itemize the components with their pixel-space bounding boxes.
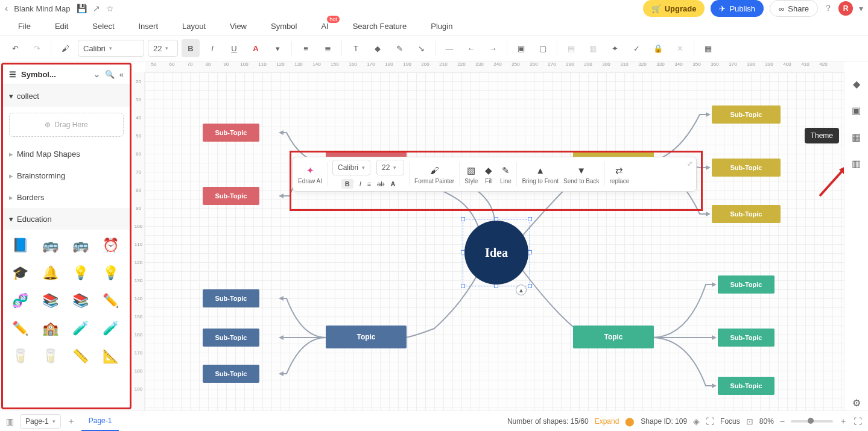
idea-node[interactable]: Idea <box>464 221 528 285</box>
subtopic-node[interactable]: Sub-Topic <box>718 329 775 347</box>
line-spacing-icon[interactable]: ≣ <box>318 39 337 57</box>
edu-icon[interactable]: 🧪 <box>69 318 91 339</box>
subtopic-node[interactable]: Sub-Topic <box>718 377 775 395</box>
section-collect[interactable]: ▾collect <box>3 85 130 107</box>
subtopic-node[interactable]: Sub-Topic <box>203 187 259 205</box>
distribute-icon[interactable]: ▥ <box>584 39 602 57</box>
subtopic-node[interactable]: Sub-Topic <box>712 205 781 223</box>
mini-replace[interactable]: ⇄ replace <box>610 160 630 189</box>
font-color-button[interactable]: A <box>247 39 265 57</box>
fill-panel-icon[interactable]: ◆ <box>849 76 864 92</box>
edu-icon[interactable]: 🧪 <box>100 318 121 339</box>
edu-icon[interactable]: 📐 <box>100 345 121 367</box>
subtopic-node[interactable]: Sub-Topic <box>203 289 259 307</box>
edu-icon[interactable]: 🥛 <box>39 345 61 367</box>
sidebar-collapse-icon[interactable]: « <box>119 70 124 79</box>
align-icon[interactable]: ▤ <box>562 39 580 57</box>
font-select[interactable]: Calibri▾ <box>78 40 144 57</box>
edu-icon[interactable]: 📚 <box>69 290 91 312</box>
arrow-start-icon[interactable]: ← <box>462 39 480 57</box>
edu-icon[interactable]: ✏️ <box>100 290 121 312</box>
menu-layout[interactable]: Layout <box>182 22 206 31</box>
connector-icon[interactable]: ↘ <box>412 39 430 57</box>
edu-icon[interactable]: 🚌 <box>39 234 61 256</box>
lock-icon[interactable]: 🔒 <box>649 39 667 57</box>
mini-bring-front[interactable]: ▲ Bring to Front <box>522 160 559 189</box>
edu-icon[interactable]: ✏️ <box>9 318 31 339</box>
edu-icon[interactable]: 🥛 <box>9 345 31 367</box>
zoom-out-icon[interactable]: − <box>780 417 785 426</box>
format-painter-icon[interactable]: 🖌 <box>56 39 74 57</box>
extra-panel-icon[interactable]: ▥ <box>849 156 864 171</box>
avatar-menu-icon[interactable]: ▾ <box>859 4 863 13</box>
layer-icon[interactable]: ▣ <box>512 39 530 57</box>
warning-icon[interactable]: ⬤ <box>625 417 635 426</box>
font-size-select[interactable]: 22▾ <box>148 40 178 57</box>
edu-icon[interactable]: 🧬 <box>9 290 31 312</box>
more-text-icon[interactable]: ▾ <box>268 39 287 57</box>
edu-icon[interactable]: 🚌 <box>69 234 91 256</box>
edu-icon[interactable]: 💡 <box>69 262 91 284</box>
topic-node[interactable]: Topic <box>326 326 407 348</box>
line-color-icon[interactable]: ✎ <box>390 39 408 57</box>
zoom-in-icon[interactable]: ＋ <box>839 416 847 427</box>
settings-panel-icon[interactable]: ⚙ <box>849 395 864 411</box>
section-education[interactable]: ▾Education <box>3 208 130 230</box>
line-style-icon[interactable]: — <box>440 39 458 57</box>
edraw-ai-button[interactable]: ✦ Edraw AI <box>298 160 322 189</box>
expand-link[interactable]: Expand <box>595 417 619 426</box>
align-left-icon[interactable]: ≡ <box>297 39 315 57</box>
section-borders[interactable]: ▸Borders <box>3 186 130 208</box>
upgrade-button[interactable]: 🛒 Upgrade <box>643 0 705 17</box>
pin-icon[interactable]: ⤢ <box>687 160 692 168</box>
fill-color-icon[interactable]: ◆ <box>369 39 387 57</box>
help-icon[interactable]: ？ <box>824 3 832 14</box>
italic-button[interactable]: I <box>203 39 221 57</box>
edu-icon[interactable]: 🏫 <box>39 318 61 339</box>
effects-icon[interactable]: ✦ <box>606 39 624 57</box>
mini-bold-button[interactable]: B <box>341 179 353 189</box>
star-icon[interactable]: ☆ <box>106 4 114 13</box>
redo-icon[interactable]: ↷ <box>28 39 46 57</box>
edu-icon[interactable]: 🎓 <box>9 262 31 284</box>
mini-size-select[interactable]: 22▾ <box>376 160 404 175</box>
undo-icon[interactable]: ↶ <box>6 39 24 57</box>
edu-icon[interactable]: ⏰ <box>100 234 121 256</box>
edu-icon[interactable]: 📏 <box>69 345 91 367</box>
subtopic-node[interactable]: Sub-Topic <box>712 159 781 177</box>
share-button[interactable]: ∞ Share <box>770 0 818 17</box>
mini-send-back[interactable]: ▼ Send to Back <box>563 160 599 189</box>
edu-icon[interactable]: 📘 <box>9 234 31 256</box>
collapse-toggle-icon[interactable]: ▲ <box>516 285 527 295</box>
mini-italic-button[interactable]: I <box>360 180 361 187</box>
menu-plugin[interactable]: Plugin <box>431 22 452 31</box>
underline-button[interactable]: U <box>225 39 243 57</box>
topic-node[interactable]: Topic <box>573 326 654 348</box>
page-select[interactable]: Page-1▾ <box>20 414 61 429</box>
shape-panel-icon[interactable]: ▣ <box>849 102 864 118</box>
page-tab[interactable]: Page-1 <box>81 411 119 431</box>
subtopic-node[interactable]: Sub-Topic <box>718 275 775 294</box>
menu-insert[interactable]: Insert <box>139 22 159 31</box>
subtopic-node[interactable]: Sub-Topic <box>203 329 259 347</box>
menu-view[interactable]: View <box>230 22 247 31</box>
focus-icon[interactable]: ⛶ <box>706 417 714 426</box>
menu-symbol[interactable]: Symbol <box>271 22 297 31</box>
mini-font-select[interactable]: Calibri▾ <box>332 160 370 175</box>
pages-icon[interactable]: ▥ <box>6 417 14 426</box>
text-box-icon[interactable]: T <box>347 39 365 57</box>
fullscreen-icon[interactable]: ⛶ <box>854 417 862 426</box>
mini-font-color-button[interactable]: A <box>390 180 395 187</box>
settings-icon[interactable]: ✕ <box>671 39 689 57</box>
sidebar-search-icon[interactable]: 🔍 <box>105 70 115 79</box>
open-icon[interactable]: ↗ <box>93 4 100 13</box>
avatar[interactable]: R <box>838 1 853 16</box>
group-icon[interactable]: ▢ <box>534 39 552 57</box>
menu-edit[interactable]: Edit <box>55 22 68 31</box>
zoom-slider[interactable] <box>791 420 833 423</box>
menu-file[interactable]: File <box>18 22 31 31</box>
edu-icon[interactable]: 💡 <box>100 262 121 284</box>
check-icon[interactable]: ✓ <box>627 39 645 57</box>
menu-select[interactable]: Select <box>92 22 114 31</box>
menu-search-feature[interactable]: Search Feature <box>353 22 407 31</box>
